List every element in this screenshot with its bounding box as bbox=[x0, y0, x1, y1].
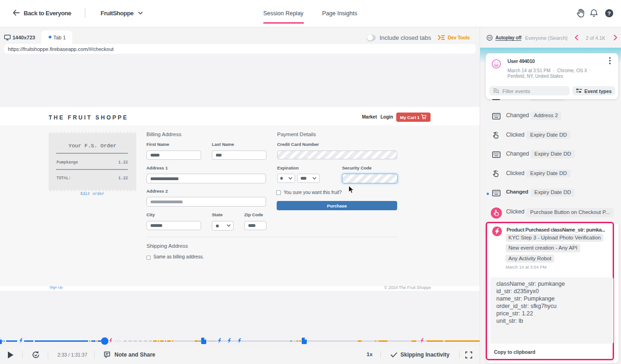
svg-text:?: ? bbox=[608, 11, 611, 16]
